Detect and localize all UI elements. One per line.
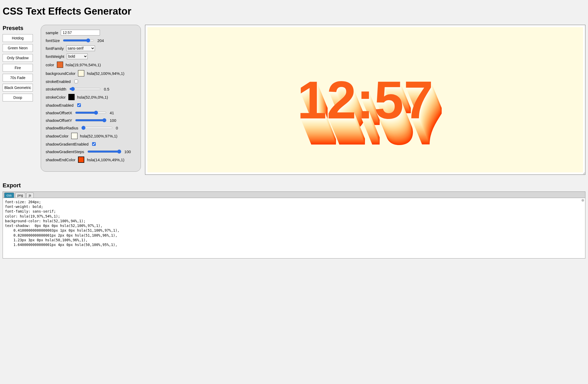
strokewidth-value: 0.5 bbox=[104, 87, 109, 91]
fontweight-select[interactable]: bold bbox=[67, 53, 88, 59]
sample-input[interactable] bbox=[61, 30, 100, 35]
shadowblurradius-value: 0 bbox=[116, 126, 118, 130]
shadowcolor-swatch[interactable] bbox=[71, 133, 77, 139]
shadowcolor-label: shadowColor bbox=[46, 134, 69, 138]
preset-green-neon[interactable]: Green Neon bbox=[3, 44, 33, 52]
color-swatch[interactable] bbox=[57, 62, 63, 68]
shadowoffsety-value: 100 bbox=[110, 118, 116, 123]
tab-png[interactable]: png bbox=[15, 193, 26, 198]
shadowendcolor-label: shadowEndColor bbox=[46, 158, 75, 162]
preset-70s-fade[interactable]: 70s Fade bbox=[3, 74, 33, 82]
color-label: color bbox=[46, 63, 54, 67]
backgroundcolor-label: backgroundColor bbox=[46, 71, 75, 76]
preset-only-shadow[interactable]: Only Shadow bbox=[3, 54, 33, 62]
shadowendcolor-swatch[interactable] bbox=[78, 157, 84, 163]
shadowoffsetx-value: 41 bbox=[110, 111, 114, 115]
backgroundcolor-swatch[interactable] bbox=[78, 70, 84, 76]
tab-css[interactable]: css bbox=[4, 193, 14, 198]
shadowoffsety-label: shadowOffsetY bbox=[46, 118, 72, 123]
shadowendcolor-value: hsla(14,100%,49%,1) bbox=[87, 158, 124, 162]
controls-panel: sample fontSize 204 fontFamily sans-seri… bbox=[41, 25, 141, 172]
shadowgradientsteps-value: 100 bbox=[124, 149, 131, 154]
color-value: hsla(19,97%,54%,1) bbox=[66, 63, 101, 67]
scrollbar-thumb-icon[interactable] bbox=[581, 199, 584, 202]
shadowcolor-value: hsla(52,100%,97%,1) bbox=[80, 134, 117, 138]
fontsize-value: 204 bbox=[97, 38, 104, 43]
strokewidth-label: strokeWidth bbox=[46, 87, 66, 91]
shadowoffsetx-label: shadowOffsetX bbox=[46, 111, 72, 115]
strokewidth-slider[interactable] bbox=[69, 87, 101, 91]
sample-label: sample bbox=[46, 31, 58, 35]
fontweight-label: fontWeight bbox=[46, 54, 64, 59]
resize-handle-icon[interactable] bbox=[581, 171, 585, 175]
backgroundcolor-value: hsla(52,100%,94%,1) bbox=[87, 71, 124, 76]
export-heading: Export bbox=[3, 182, 585, 189]
preview-text: 12:57 bbox=[297, 73, 433, 127]
tab-js[interactable]: js bbox=[26, 193, 33, 198]
export-tabs: css png js bbox=[3, 191, 585, 198]
preset-fire[interactable]: Fire bbox=[3, 64, 33, 72]
preset-doop[interactable]: Doop bbox=[3, 94, 33, 101]
strokeenabled-checkbox[interactable] bbox=[74, 80, 78, 83]
strokecolor-value: hsla(52,0%,0%,1) bbox=[77, 95, 108, 99]
shadowenabled-label: shadowEnabled bbox=[46, 103, 74, 107]
shadowgradientsteps-label: shadowGradientSteps bbox=[46, 149, 84, 154]
presets-heading: Presets bbox=[3, 25, 37, 32]
preset-black-geometric[interactable]: Black Geometric bbox=[3, 84, 33, 92]
strokecolor-label: strokeColor bbox=[46, 95, 66, 99]
shadowoffsety-slider[interactable] bbox=[75, 118, 106, 122]
shadowblurradius-label: shadowBlurRadius bbox=[46, 126, 78, 130]
fontsize-label: fontSize bbox=[46, 38, 60, 43]
fontfamily-label: fontFamily bbox=[46, 46, 64, 51]
export-output[interactable]: font-size: 204px; font-weight: bold; fon… bbox=[3, 198, 585, 259]
shadowgradientsteps-slider[interactable] bbox=[87, 149, 121, 154]
strokecolor-swatch[interactable] bbox=[68, 94, 75, 100]
fontsize-slider[interactable] bbox=[63, 38, 94, 43]
preview-panel: 12:57 bbox=[145, 25, 585, 175]
shadowenabled-checkbox[interactable] bbox=[77, 103, 81, 107]
fontfamily-select[interactable]: sans-serif bbox=[66, 45, 95, 51]
preset-hotdog[interactable]: Hotdog bbox=[3, 34, 33, 42]
shadowblurradius-slider[interactable] bbox=[81, 126, 113, 130]
shadowgradientenabled-label: shadowGradientEnabled bbox=[46, 142, 88, 146]
shadowgradientenabled-checkbox[interactable] bbox=[92, 142, 96, 146]
strokeenabled-label: strokeEnabled bbox=[46, 79, 71, 84]
page-title: CSS Text Effects Generator bbox=[3, 6, 585, 17]
shadowoffsetx-slider[interactable] bbox=[75, 111, 106, 115]
